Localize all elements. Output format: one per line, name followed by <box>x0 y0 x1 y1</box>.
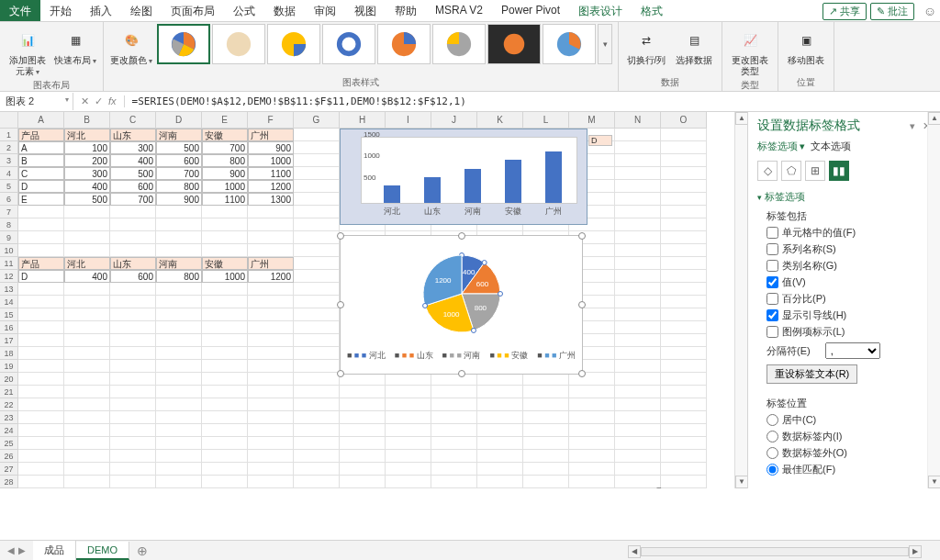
cell[interactable] <box>477 450 523 463</box>
cell[interactable] <box>248 411 294 424</box>
cell[interactable] <box>110 463 156 476</box>
tab-help[interactable]: 帮助 <box>386 0 426 21</box>
cell[interactable] <box>386 411 431 424</box>
cell[interactable] <box>202 437 248 450</box>
cell[interactable] <box>294 334 340 347</box>
cell[interactable] <box>18 218 64 231</box>
row-header[interactable]: 24 <box>0 424 18 437</box>
cell[interactable] <box>156 244 202 257</box>
cell[interactable] <box>156 206 202 218</box>
resize-handle[interactable] <box>458 232 465 240</box>
row-header[interactable]: 12 <box>0 270 18 283</box>
cell[interactable] <box>294 308 340 321</box>
opt-legend-key[interactable]: 图例项标示(L) <box>767 325 931 339</box>
embedded-bar-chart[interactable]: D 50010001500河北山东河南安徽广州 <box>340 129 588 225</box>
cell[interactable] <box>615 167 661 180</box>
row-header[interactable]: 4 <box>0 167 18 180</box>
row-header[interactable]: 7 <box>0 206 18 218</box>
chart-style-6[interactable] <box>432 24 486 64</box>
row-header[interactable]: 25 <box>0 437 18 450</box>
cell[interactable]: 1100 <box>248 167 294 180</box>
cell[interactable] <box>615 193 661 206</box>
cell[interactable]: 900 <box>248 141 294 154</box>
row-header[interactable]: 18 <box>0 347 18 360</box>
col-header[interactable]: H <box>340 112 386 129</box>
cell[interactable]: 1200 <box>248 270 294 283</box>
cell[interactable] <box>18 244 64 257</box>
cell[interactable] <box>110 296 156 308</box>
row-header[interactable]: 16 <box>0 321 18 334</box>
cell[interactable] <box>661 398 707 411</box>
cell[interactable]: 500 <box>156 141 202 154</box>
row-header[interactable]: 27 <box>0 463 18 476</box>
tab-label-options[interactable]: 标签选项 ▾ <box>757 140 805 153</box>
cell[interactable] <box>294 296 340 308</box>
cell[interactable] <box>569 373 615 386</box>
cell[interactable] <box>202 347 248 360</box>
cell[interactable] <box>615 411 661 424</box>
cell[interactable]: 1000 <box>202 180 248 193</box>
separator-select[interactable]: , <box>825 342 880 359</box>
scroll-down-icon[interactable]: ▼ <box>928 476 940 488</box>
col-header[interactable]: O <box>661 112 707 129</box>
cell[interactable] <box>615 463 661 476</box>
row-header[interactable]: 3 <box>0 154 18 167</box>
cell[interactable] <box>248 334 294 347</box>
row-header[interactable]: 6 <box>0 193 18 206</box>
cell[interactable] <box>386 386 431 398</box>
cell[interactable]: 700 <box>110 193 156 206</box>
cell[interactable] <box>110 386 156 398</box>
cell[interactable] <box>386 373 431 386</box>
cell[interactable] <box>202 386 248 398</box>
cell[interactable] <box>294 283 340 296</box>
cell[interactable] <box>294 321 340 334</box>
cell[interactable] <box>18 308 64 321</box>
col-header[interactable]: D <box>156 112 202 129</box>
cell[interactable] <box>340 476 386 488</box>
cell[interactable] <box>615 360 661 373</box>
pos-inside[interactable]: 数据标签内(I) <box>767 430 931 443</box>
tab-chartdesign[interactable]: 图表设计 <box>569 0 632 21</box>
cell[interactable] <box>18 398 64 411</box>
opt-value[interactable]: 值(V) <box>767 275 931 289</box>
taskpane-scrollbar[interactable]: ▲ ▼ <box>927 112 940 488</box>
change-color-button[interactable]: 🎨更改颜色 <box>109 24 153 66</box>
cell[interactable] <box>156 411 202 424</box>
scroll-up-icon[interactable]: ▲ <box>928 112 940 125</box>
tab-formula[interactable]: 公式 <box>224 0 264 21</box>
cell[interactable] <box>156 463 202 476</box>
col-header[interactable]: N <box>615 112 661 129</box>
cell[interactable]: 500 <box>64 193 110 206</box>
cell[interactable] <box>386 450 431 463</box>
tab-insert[interactable]: 插入 <box>81 0 121 21</box>
cell[interactable] <box>477 411 523 424</box>
chart-style-8[interactable] <box>543 24 596 64</box>
cell[interactable] <box>477 386 523 398</box>
cell[interactable] <box>110 244 156 257</box>
cell[interactable] <box>523 373 569 386</box>
cell[interactable] <box>615 218 661 231</box>
scroll-right-icon[interactable]: ▶ <box>909 545 922 558</box>
opt-percent[interactable]: 百分比(P) <box>767 292 931 306</box>
cell[interactable] <box>569 476 615 488</box>
cell[interactable] <box>18 296 64 308</box>
cell[interactable] <box>569 437 615 450</box>
cell[interactable] <box>248 347 294 360</box>
cell[interactable] <box>110 360 156 373</box>
cell[interactable] <box>615 437 661 450</box>
col-header[interactable]: F <box>248 112 294 129</box>
reset-label-text-button[interactable]: 重设标签文本(R) <box>767 364 857 384</box>
cell[interactable] <box>615 398 661 411</box>
tab-powerpivot[interactable]: Power Pivot <box>492 0 569 21</box>
cell[interactable] <box>110 206 156 218</box>
cell[interactable] <box>156 231 202 244</box>
cell[interactable] <box>386 424 431 437</box>
cell[interactable]: 1000 <box>248 154 294 167</box>
cell[interactable] <box>64 231 110 244</box>
cell[interactable] <box>661 270 707 283</box>
cell[interactable] <box>294 218 340 231</box>
cell[interactable] <box>615 231 661 244</box>
cell[interactable]: 500 <box>110 167 156 180</box>
cell[interactable]: 900 <box>202 167 248 180</box>
cell[interactable] <box>64 347 110 360</box>
